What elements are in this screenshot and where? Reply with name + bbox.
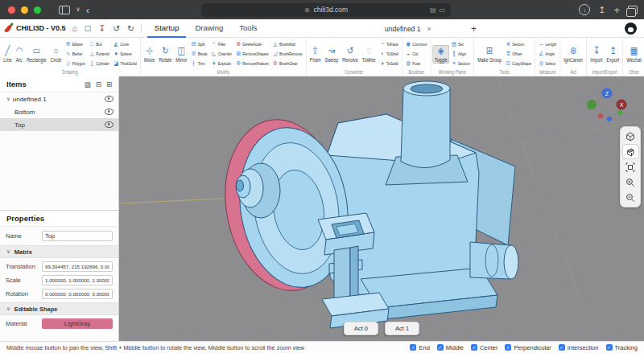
- gizmo-y-axis[interactable]: [587, 100, 597, 109]
- checkbox-tracking[interactable]: ✓: [606, 344, 613, 351]
- tree-item-bottom[interactable]: Bottom: [0, 105, 118, 118]
- ribbon-button-split[interactable]: ⊟Split: [190, 40, 208, 49]
- ribbon-button-section[interactable]: ≋Section: [505, 40, 532, 49]
- ribbon-button-brushclear[interactable]: ⊘BrushClear: [272, 60, 303, 68]
- ribbon-button-rotate[interactable]: ↻Rotate: [157, 45, 174, 64]
- tab-startup[interactable]: Startup: [147, 19, 187, 38]
- ribbon-button-bezier[interactable]: ∿Bezier: [65, 50, 86, 59]
- home-icon[interactable]: ⌂: [72, 24, 78, 33]
- ribbon-button-copyshape[interactable]: ⊡CopyShape: [505, 60, 532, 68]
- ribbon-button-pyramid[interactable]: △Pyramid: [89, 50, 110, 59]
- model-post-side[interactable]: [350, 246, 358, 300]
- ribbon-button-box[interactable]: □Box: [89, 40, 110, 49]
- snap-option-middle[interactable]: ✓Middle: [437, 344, 464, 351]
- tree-item-top[interactable]: Top: [0, 118, 118, 131]
- ribbon-button-offset[interactable]: ≣Offset: [505, 50, 532, 59]
- ribbon-button-towire[interactable]: ◌ToWire: [360, 45, 378, 64]
- gizmo-neg-x[interactable]: [598, 113, 603, 118]
- close-tab-icon[interactable]: ×: [427, 25, 431, 33]
- ribbon-button-length[interactable]: ↔Length: [538, 40, 557, 49]
- ribbon-button-polygon[interactable]: ◇Polygon: [65, 60, 86, 68]
- ribbon-button-import[interactable]: ↧Import: [588, 45, 605, 64]
- image-icon[interactable]: ▨: [85, 80, 91, 88]
- ribbon-button-cone[interactable]: ◭Cone: [113, 40, 138, 49]
- ribbon-button-removeshapes[interactable]: ⊠RemoveShapes: [235, 50, 269, 59]
- ribbon-button-wechat[interactable]: ▦Wechat: [625, 45, 643, 64]
- material-button[interactable]: LightGray: [42, 318, 113, 329]
- ribbon-button-brushremove[interactable]: ◿BrushRemove: [272, 50, 303, 59]
- github-icon[interactable]: [625, 23, 637, 35]
- button-act-1[interactable]: Act 1: [385, 322, 419, 335]
- expand-all-icon[interactable]: ⊞: [106, 80, 112, 88]
- chevron-down-icon[interactable]: ∨: [76, 6, 80, 13]
- share-icon[interactable]: ↥: [598, 6, 605, 14]
- tab-tools[interactable]: Tools: [232, 19, 264, 38]
- model-pipe-hole[interactable]: [411, 84, 443, 93]
- model-pipe[interactable]: [401, 89, 450, 168]
- ribbon-button-section[interactable]: ≡Section: [451, 60, 471, 68]
- window-zoom-button[interactable]: [34, 6, 41, 14]
- snap-option-intersection[interactable]: ✓Intersection: [559, 344, 599, 351]
- snap-option-center[interactable]: ✓Center: [471, 344, 498, 351]
- ribbon-button-toggle[interactable]: ◈Toggle: [432, 45, 449, 64]
- button-act-0[interactable]: Act 0: [344, 322, 378, 335]
- tree-item-undefined-1[interactable]: ∨undefined 1: [0, 92, 118, 105]
- property-input-scale[interactable]: [42, 275, 113, 285]
- ribbon-button-brushadd[interactable]: ◬BrushAdd: [272, 40, 303, 49]
- viewport[interactable]: Z X: [119, 76, 644, 341]
- site-settings-icon[interactable]: ⊕: [304, 6, 310, 14]
- ribbon-button-tosolid[interactable]: ◕ToSolid: [379, 60, 399, 68]
- ribbon-button-align[interactable]: ∥Align: [451, 50, 471, 59]
- ribbon-button-cut[interactable]: ◒Cut: [405, 50, 427, 59]
- collapse-all-icon[interactable]: ⊟: [96, 80, 101, 88]
- visibility-eye-icon[interactable]: [105, 109, 114, 115]
- new-document-button[interactable]: +: [471, 19, 477, 38]
- ribbon-button-fillet[interactable]: ◜Fillet: [211, 40, 233, 49]
- url-bar[interactable]: ⊕ chili3d.com ▤ ▭: [201, 3, 451, 17]
- tab-overview-icon[interactable]: [628, 6, 638, 14]
- editable-shape-section-header[interactable]: ∨ Editable Shape: [0, 302, 118, 315]
- copy-icon[interactable]: ▢: [84, 25, 93, 32]
- zoom-out-icon[interactable]: [623, 191, 638, 204]
- ribbon-button-toshell[interactable]: ◗ToShell: [379, 50, 399, 59]
- ribbon-button-chamfer[interactable]: ◺Chamfer: [211, 50, 233, 59]
- view-cube-icon[interactable]: [623, 129, 638, 143]
- ribbon-button-set[interactable]: ▤Set: [451, 40, 471, 49]
- checkbox-intersection[interactable]: ✓: [559, 344, 565, 351]
- property-input-rotation[interactable]: [42, 289, 113, 299]
- ribbon-button-explode[interactable]: ∗Explode: [211, 60, 233, 68]
- ribbon-button-move[interactable]: ⊹Move: [142, 45, 156, 64]
- sidebar-toggle-icon[interactable]: [59, 6, 70, 14]
- ribbon-button-angle[interactable]: ∠Angle: [538, 50, 557, 59]
- download-icon[interactable]: ↧: [97, 24, 106, 33]
- ribbon-button-make-group[interactable]: ⊞Make Group: [476, 45, 504, 64]
- pump-model[interactable]: [213, 81, 518, 328]
- expander-icon[interactable]: ∨: [6, 96, 10, 102]
- model-outlet-cap[interactable]: [504, 245, 518, 279]
- ribbon-button-thicksolid[interactable]: ◪ThickSolid: [113, 60, 138, 68]
- orientation-gizmo[interactable]: Z X: [583, 83, 633, 123]
- visibility-eye-icon[interactable]: [105, 96, 114, 102]
- tab-drawing[interactable]: Drawing: [188, 19, 230, 38]
- ribbon-button-break[interactable]: ⊘Break: [190, 50, 208, 59]
- ribbon-button-ellipse[interactable]: ⊖Ellipse: [65, 40, 86, 49]
- window-minimize-button[interactable]: [21, 6, 28, 14]
- site-badge-icon[interactable]: ▤: [430, 6, 436, 14]
- ribbon-button-common[interactable]: ◉Common: [405, 40, 427, 49]
- ribbon-button-igncarver[interactable]: ⊛IgnCarver: [562, 45, 585, 64]
- snap-option-end[interactable]: ✓End: [410, 344, 429, 351]
- ribbon-button-line[interactable]: ╱Line: [2, 45, 14, 64]
- ribbon-button-cylinder[interactable]: ▯Cylinder: [89, 60, 110, 68]
- new-tab-icon[interactable]: +: [613, 5, 620, 15]
- ribbon-button-mirror[interactable]: ◫Mirror: [174, 45, 189, 64]
- ribbon-button-sweep[interactable]: ↝Sweep: [323, 45, 341, 64]
- undo-icon[interactable]: ↺: [112, 24, 121, 33]
- ribbon-button-fuse[interactable]: ◍Fuse: [405, 60, 427, 68]
- shaded-view-icon[interactable]: [623, 145, 638, 158]
- ribbon-button-trim[interactable]: ∤Trim: [190, 60, 208, 68]
- ribbon-button-deletenode[interactable]: ⊗DeleteNode: [235, 40, 269, 49]
- checkbox-center[interactable]: ✓: [471, 344, 477, 351]
- document-tab[interactable]: undefined 1 ×: [385, 19, 431, 38]
- checkbox-perpendicular[interactable]: ✓: [505, 344, 511, 351]
- model-post[interactable]: [334, 248, 350, 302]
